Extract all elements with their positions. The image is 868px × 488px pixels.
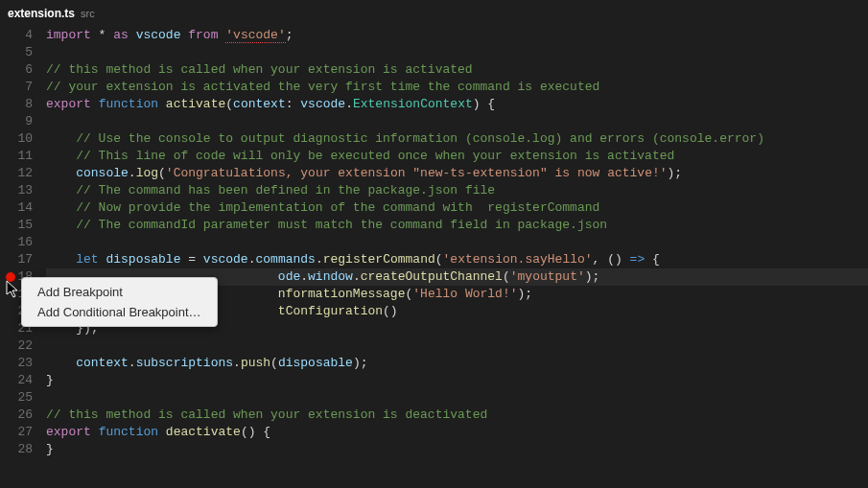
- line-number[interactable]: 28: [0, 441, 33, 458]
- code-line[interactable]: let disposable = vscode.commands.registe…: [46, 251, 868, 268]
- line-number[interactable]: 8: [0, 96, 33, 113]
- line-number-gutter[interactable]: 4567891011121314151617181920212223242526…: [0, 27, 42, 488]
- line-number[interactable]: 10: [0, 130, 33, 148]
- line-number[interactable]: 4: [0, 27, 33, 44]
- editor[interactable]: 4567891011121314151617181920212223242526…: [0, 27, 868, 488]
- line-number[interactable]: 22: [0, 337, 33, 355]
- line-number[interactable]: 26: [0, 407, 33, 424]
- breakpoint-icon[interactable]: [6, 272, 15, 282]
- tab-path: src: [81, 8, 95, 19]
- code-line[interactable]: [46, 113, 868, 130]
- code-area[interactable]: import * as vscode from 'vscode';// this…: [42, 27, 868, 488]
- code-line[interactable]: [46, 337, 868, 355]
- line-number[interactable]: 24: [0, 372, 33, 389]
- code-line[interactable]: // This line of code will only be execut…: [46, 148, 868, 165]
- line-number[interactable]: 11: [0, 148, 33, 165]
- code-line[interactable]: context.subscriptions.push(disposable);: [46, 355, 868, 372]
- line-number[interactable]: 6: [0, 61, 33, 79]
- breakpoint-context-menu: Add BreakpointAdd Conditional Breakpoint…: [21, 277, 218, 327]
- line-number[interactable]: 15: [0, 217, 33, 234]
- line-number[interactable]: 27: [0, 424, 33, 441]
- code-line[interactable]: // this method is called when your exten…: [46, 61, 868, 79]
- code-line[interactable]: // your extension is activated the very …: [46, 79, 868, 96]
- tab-bar: extension.ts src: [0, 0, 868, 27]
- code-line[interactable]: // this method is called when your exten…: [46, 407, 868, 424]
- code-line[interactable]: }: [46, 441, 868, 458]
- line-number[interactable]: 7: [0, 79, 33, 96]
- tab-filename: extension.ts: [8, 7, 75, 20]
- code-line[interactable]: [46, 44, 868, 61]
- line-number[interactable]: 16: [0, 234, 33, 251]
- line-number[interactable]: 25: [0, 389, 33, 407]
- code-line[interactable]: // Use the console to output diagnostic …: [46, 130, 868, 148]
- code-line[interactable]: console.log('Congratulations, your exten…: [46, 165, 868, 182]
- code-line[interactable]: [46, 234, 868, 251]
- code-line[interactable]: // Now provide the implementation of the…: [46, 199, 868, 217]
- menu-add-breakpoint[interactable]: Add Breakpoint: [22, 282, 217, 302]
- code-line[interactable]: import * as vscode from 'vscode';: [46, 27, 868, 44]
- code-line[interactable]: export function deactivate() {: [46, 424, 868, 441]
- line-number[interactable]: 12: [0, 165, 33, 182]
- code-line[interactable]: // The command has been defined in the p…: [46, 182, 868, 199]
- line-number[interactable]: 17: [0, 251, 33, 268]
- tab-extension-ts[interactable]: extension.ts src: [8, 7, 95, 20]
- code-line[interactable]: export function activate(context: vscode…: [46, 96, 868, 113]
- line-number[interactable]: 23: [0, 355, 33, 372]
- menu-add-conditional-breakpoint[interactable]: Add Conditional Breakpoint…: [22, 302, 217, 322]
- code-line[interactable]: }: [46, 372, 868, 389]
- code-line[interactable]: // The commandId parameter must match th…: [46, 217, 868, 234]
- line-number[interactable]: 5: [0, 44, 33, 61]
- line-number[interactable]: 13: [0, 182, 33, 199]
- code-line[interactable]: [46, 389, 868, 407]
- line-number[interactable]: 9: [0, 113, 33, 130]
- line-number[interactable]: 14: [0, 199, 33, 217]
